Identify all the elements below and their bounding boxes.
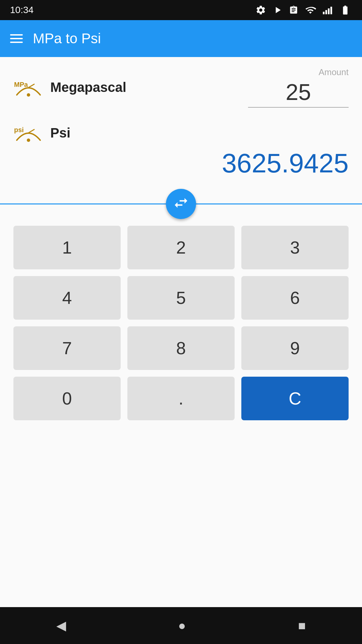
from-unit-left: MPa Megapascal (13, 76, 126, 99)
key-8[interactable]: 8 (127, 326, 235, 370)
menu-button[interactable] (10, 34, 23, 43)
svg-rect-3 (330, 7, 332, 14)
swap-icon (173, 195, 189, 213)
nav-home-button[interactable]: ● (168, 615, 196, 636)
divider-row (0, 189, 362, 219)
key-1[interactable]: 1 (13, 226, 121, 269)
svg-line-5 (28, 84, 34, 88)
key-clear[interactable]: C (241, 377, 349, 420)
key-0[interactable]: 0 (13, 377, 121, 420)
key-decimal[interactable]: . (127, 377, 235, 420)
from-unit-row: MPa Megapascal Amount 25 (13, 67, 349, 108)
to-unit-left: psi Psi (13, 121, 70, 145)
svg-text:psi: psi (14, 126, 24, 133)
svg-rect-1 (325, 10, 327, 14)
psi-gauge-icon: psi (13, 123, 44, 143)
play-icon (272, 5, 283, 15)
main-content: MPa Megapascal Amount 25 psi (0, 57, 362, 607)
signal-icon (322, 5, 333, 15)
battery-icon (339, 5, 352, 15)
svg-rect-0 (323, 12, 324, 14)
settings-icon (255, 5, 266, 15)
psi-logo: psi (13, 121, 44, 145)
swap-button[interactable] (166, 189, 196, 219)
from-unit-section: MPa Megapascal Amount 25 (0, 57, 362, 114)
key-6[interactable]: 6 (241, 276, 349, 320)
svg-line-8 (28, 129, 34, 133)
svg-point-6 (27, 93, 30, 97)
svg-text:MPa: MPa (14, 81, 28, 88)
clipboard-icon (289, 5, 298, 15)
to-unit-section: psi Psi 3625.9425 (0, 114, 362, 189)
amount-label: Amount (318, 67, 349, 77)
mpa-gauge-icon: MPa (13, 77, 44, 98)
key-4[interactable]: 4 (13, 276, 121, 320)
key-5[interactable]: 5 (127, 276, 235, 320)
amount-section: Amount 25 (248, 67, 349, 108)
nav-bar: ◀ ● ■ (0, 607, 362, 644)
app-bar: MPa to Psi (0, 20, 362, 57)
nav-recents-button[interactable]: ■ (288, 615, 316, 636)
wifi-icon (304, 5, 316, 15)
from-unit-name: Megapascal (50, 80, 126, 95)
app-title: MPa to Psi (33, 31, 101, 47)
result-value: 3625.9425 (13, 148, 349, 179)
svg-point-9 (27, 139, 30, 142)
mpa-logo: MPa (13, 76, 44, 99)
key-2[interactable]: 2 (127, 226, 235, 269)
to-unit-row: psi Psi (13, 121, 349, 145)
svg-rect-2 (328, 8, 329, 14)
nav-back-button[interactable]: ◀ (46, 615, 76, 636)
to-unit-name: Psi (50, 125, 70, 141)
amount-input[interactable]: 25 (248, 79, 349, 108)
key-3[interactable]: 3 (241, 226, 349, 269)
keypad: 1 2 3 4 5 6 7 8 9 0 . C (0, 219, 362, 427)
status-time: 10:34 (10, 5, 34, 15)
key-9[interactable]: 9 (241, 326, 349, 370)
status-icons (255, 5, 352, 15)
key-7[interactable]: 7 (13, 326, 121, 370)
status-bar: 10:34 (0, 0, 362, 20)
